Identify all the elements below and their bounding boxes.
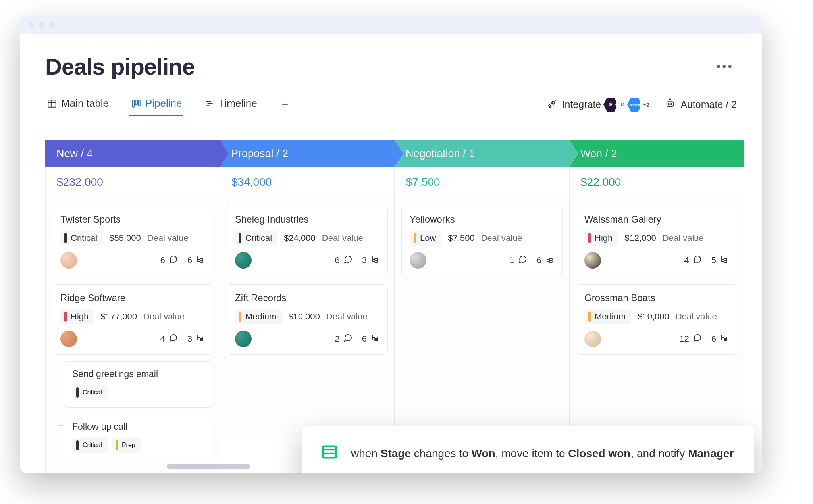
page-title: Deals pipeline (45, 53, 195, 80)
integrate-button[interactable]: Integrate ✱ M zoom +2 (547, 98, 654, 112)
deal-card[interactable]: Waissman Gallery High $12,000 Deal value… (576, 206, 737, 276)
column-total: $22,000 (569, 167, 744, 199)
window-dot (49, 22, 55, 28)
priority-pill: Critical (60, 231, 103, 246)
window-dot (29, 22, 34, 28)
svg-rect-5 (138, 100, 140, 106)
add-tab-button[interactable]: + (278, 94, 292, 115)
card-stats: 4 5 (684, 254, 729, 266)
comment-icon (692, 333, 702, 345)
timeline-icon (204, 98, 214, 109)
deal-card[interactable]: Yelloworks Low $7,500 Deal value 1 6 (401, 206, 563, 276)
card-status-row: High $177,000 Deal value (60, 309, 205, 324)
comment-icon (343, 254, 353, 266)
comments-count[interactable]: 2 (335, 333, 353, 345)
priority-pill: Low (410, 231, 441, 246)
avatar[interactable] (60, 252, 77, 269)
subitem-pills: Critical (72, 385, 205, 400)
content: Deals pipeline ••• Main table Pipeline (20, 34, 762, 124)
subitems-count[interactable]: 3 (187, 333, 205, 345)
column-body: Twister Sports Critical $55,000 Deal val… (45, 199, 220, 473)
avatar[interactable] (410, 252, 426, 269)
comments-count[interactable]: 6 (160, 254, 178, 266)
card-footer: 1 6 (410, 252, 554, 269)
subitems-count[interactable]: 5 (711, 254, 729, 266)
svg-rect-22 (549, 258, 552, 260)
priority-label: Critical (245, 233, 272, 243)
card-footer: 4 3 (60, 331, 205, 347)
automate-button[interactable]: Automate / 2 (665, 98, 737, 112)
column-header[interactable]: Negotiation / 1 (395, 140, 569, 167)
subitem-card[interactable]: Send greetings emailCritical (64, 361, 213, 408)
card-stats: 12 6 (679, 333, 729, 345)
card-title: Zift Records (235, 292, 380, 304)
subitems-icon (370, 333, 380, 345)
card-title: Twister Sports (60, 214, 205, 225)
comments-count[interactable]: 12 (679, 333, 701, 345)
deal-value: $10,000 (288, 312, 320, 322)
deal-value-label: Deal value (143, 312, 185, 322)
deal-card[interactable]: Twister Sports Critical $55,000 Deal val… (52, 206, 213, 276)
automation-popup[interactable]: when Stage changes to Won, move item to … (302, 426, 754, 473)
avatar[interactable] (584, 331, 601, 347)
column-title: Proposal / 2 (231, 148, 288, 160)
subitems-icon (195, 333, 205, 345)
subitems-count[interactable]: 6 (187, 254, 205, 266)
card-stats: 6 6 (160, 254, 205, 266)
deal-card[interactable]: Ridge Software High $177,000 Deal value … (52, 284, 213, 355)
subitems-count[interactable]: 3 (362, 254, 380, 266)
avatar[interactable] (235, 252, 252, 269)
svg-point-13 (670, 99, 670, 100)
integrate-label: Integrate (562, 99, 601, 110)
comment-icon (518, 254, 527, 266)
svg-rect-24 (724, 258, 727, 260)
svg-rect-26 (724, 337, 727, 339)
comment-icon (692, 254, 702, 266)
card-title: Grossman Boats (584, 292, 729, 304)
more-menu-button[interactable]: ••• (713, 57, 737, 77)
comments-count[interactable]: 4 (160, 333, 178, 345)
card-stats: 2 6 (335, 333, 380, 345)
subitem-title: Follow up call (72, 421, 205, 432)
card-title: Sheleg Industries (235, 214, 380, 225)
deal-value-label: Deal value (147, 233, 189, 243)
subitems-icon (719, 254, 729, 266)
deal-card[interactable]: Sheleg Industries Critical $24,000 Deal … (227, 206, 388, 276)
subitems-icon (370, 254, 380, 266)
card-footer: 12 6 (584, 331, 729, 347)
subitems-count[interactable]: 6 (537, 254, 554, 266)
deal-card[interactable]: Grossman Boats Medium $10,000 Deal value… (576, 284, 737, 355)
tab-main-table[interactable]: Main table (45, 93, 110, 116)
column-header[interactable]: New / 4 (45, 140, 220, 167)
svg-rect-27 (724, 339, 727, 341)
comments-count[interactable]: 1 (510, 254, 527, 266)
subitem-pills: CriticalPrep (72, 438, 205, 453)
comments-count[interactable]: 4 (684, 254, 702, 266)
svg-rect-18 (375, 258, 378, 260)
avatar[interactable] (235, 331, 252, 347)
deal-value-label: Deal value (326, 312, 368, 322)
avatar[interactable] (60, 331, 77, 347)
column-header[interactable]: Won / 2 (569, 140, 744, 167)
deal-value: $177,000 (100, 312, 137, 322)
tab-timeline[interactable]: Timeline (202, 93, 258, 116)
column-header[interactable]: Proposal / 2 (220, 140, 395, 167)
subitem-card[interactable]: Follow up callCriticalPrep (64, 414, 213, 460)
tab-pipeline[interactable]: Pipeline (129, 93, 184, 116)
table-icon (47, 98, 57, 109)
column-title: Won / 2 (580, 148, 617, 160)
subitems-count[interactable]: 6 (711, 333, 729, 345)
window-dot (39, 22, 44, 28)
priority-label: High (595, 233, 613, 243)
comments-count[interactable]: 6 (335, 254, 353, 266)
deal-card[interactable]: Zift Records Medium $10,000 Deal value 2… (227, 284, 388, 355)
column-body: Yelloworks Low $7,500 Deal value 1 6 (395, 199, 569, 437)
avatar[interactable] (584, 252, 601, 269)
subitems-count[interactable]: 6 (362, 333, 380, 345)
card-status-row: High $12,000 Deal value (584, 231, 729, 246)
card-title: Yelloworks (410, 214, 554, 225)
deal-value-label: Deal value (676, 312, 717, 322)
card-status-row: Low $7,500 Deal value (410, 231, 554, 246)
card-stats: 4 3 (160, 333, 205, 345)
tab-label: Pipeline (145, 97, 182, 110)
